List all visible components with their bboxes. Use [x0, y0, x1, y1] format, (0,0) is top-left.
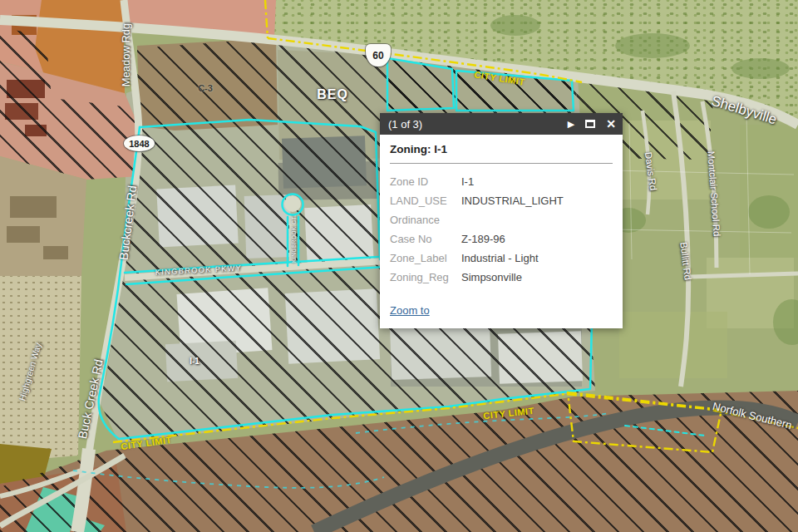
field-value: Z-189-96	[461, 229, 505, 249]
popup-divider	[390, 163, 613, 164]
field-label: Zone ID	[390, 172, 461, 191]
building	[10, 196, 57, 218]
feature-popup: (1 of 3) ▶ ✕ Zoning: I-1 Zone ID I-1 LAN…	[380, 113, 623, 328]
field-row: Ordinance	[390, 210, 613, 229]
building	[7, 80, 45, 98]
road-label-kingbrook-ct: KINGBROOK CT	[291, 216, 297, 263]
field-label: Ordinance	[390, 210, 461, 229]
zoom-to-link[interactable]: Zoom to	[390, 304, 430, 317]
field-row: Zoning_Reg Simpsonville	[390, 268, 613, 287]
popup-title: Zoning: I-1	[390, 143, 613, 155]
building	[12, 15, 37, 35]
field-patch	[740, 125, 798, 258]
building	[43, 246, 68, 259]
road-label-montclair-school-rd: Montclair School Rd	[706, 150, 722, 236]
building	[7, 226, 40, 243]
field-value: Simpsonville	[461, 268, 522, 287]
tree-clump	[732, 58, 790, 79]
field-row: Zone_Label Industrial - Light	[390, 249, 613, 268]
maximize-button[interactable]	[585, 120, 595, 128]
building	[25, 125, 47, 136]
field-value: Industrial - Light	[461, 249, 539, 268]
field-patch	[619, 312, 727, 378]
warehouse	[282, 135, 367, 188]
road-label-meadow-rdg: Meadow Rdg	[120, 23, 132, 87]
warehouse	[304, 204, 374, 266]
next-feature-button[interactable]: ▶	[568, 119, 574, 130]
tree-clump	[615, 33, 690, 58]
warehouse	[156, 185, 239, 248]
popup-body: Zoning: I-1 Zone ID I-1 LAND_USE INDUSTR…	[380, 135, 623, 328]
field-label: Zone_Label	[390, 249, 461, 268]
maximize-icon	[585, 120, 595, 128]
warehouse	[244, 195, 293, 259]
field-value: I-1	[461, 172, 474, 191]
warehouse	[165, 341, 238, 382]
field-label: Case No	[390, 229, 461, 249]
field-row: Case No Z-189-96	[390, 229, 613, 249]
popup-pagination: (1 of 3)	[388, 118, 557, 131]
field-row: LAND_USE INDUSTRIAL_LIGHT	[390, 191, 613, 210]
map-canvas[interactable]: 60 1848 Meadow Rdg Shelbyville Buckcreek…	[0, 0, 798, 532]
close-button[interactable]: ✕	[606, 117, 616, 131]
ky-route-1848-shield: 1848	[124, 135, 155, 151]
field-label: Zoning_Reg	[390, 268, 461, 287]
tree-clump	[490, 15, 540, 36]
tree-clump	[748, 195, 790, 229]
zone-label-beq: BEQ	[317, 87, 348, 102]
warehouse	[285, 288, 380, 364]
zone-label-i1: I-1	[190, 357, 200, 366]
road-label-bullitt-rd: Bullitt Rd	[678, 241, 693, 280]
warehouse	[498, 331, 583, 383]
zone-label-c3: C-3	[198, 83, 213, 93]
field-row: Zone ID I-1	[390, 172, 613, 191]
popup-header-drag-handle[interactable]: (1 of 3) ▶ ✕	[380, 113, 623, 135]
field-label: LAND_USE	[390, 191, 461, 210]
field-value: INDUSTRIAL_LIGHT	[461, 191, 564, 210]
building	[5, 103, 38, 120]
